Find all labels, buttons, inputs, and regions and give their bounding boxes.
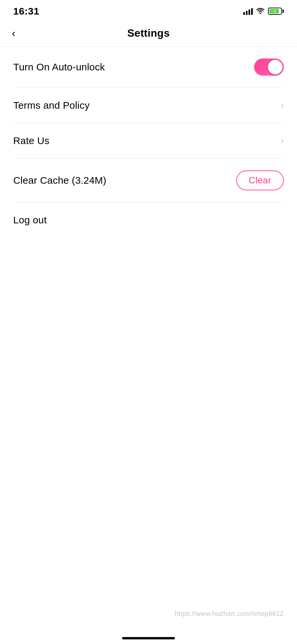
status-bar: 16:31 ⚡ xyxy=(0,0,297,20)
clear-cache-label: Clear Cache (3.24M) xyxy=(13,175,106,186)
status-time: 16:31 xyxy=(13,6,39,17)
settings-list: Turn On Auto-unlock Terms and Policy › R… xyxy=(0,47,297,238)
chevron-right-icon: › xyxy=(281,135,284,146)
svg-point-0 xyxy=(260,13,261,14)
rate-us-label: Rate Us xyxy=(13,135,50,146)
nav-header: ‹ Settings xyxy=(0,20,297,46)
settings-item-rate-us[interactable]: Rate Us › xyxy=(13,123,284,159)
watermark: https://www.huzhan.com/ishop9612 xyxy=(175,610,284,618)
settings-item-logout[interactable]: Log out xyxy=(13,203,284,238)
auto-unlock-toggle[interactable] xyxy=(254,58,284,76)
battery-icon: ⚡ xyxy=(268,8,284,15)
back-button[interactable]: ‹ xyxy=(12,28,16,38)
logout-label: Log out xyxy=(13,214,47,226)
toggle-thumb xyxy=(268,60,282,74)
page-title: Settings xyxy=(127,27,170,39)
wifi-icon xyxy=(256,8,265,15)
chevron-right-icon: › xyxy=(281,100,284,111)
home-indicator xyxy=(122,637,175,639)
settings-item-clear-cache: Clear Cache (3.24M) Clear xyxy=(13,159,284,203)
settings-item-terms[interactable]: Terms and Policy › xyxy=(13,88,284,123)
settings-item-auto-unlock: Turn On Auto-unlock xyxy=(13,47,284,88)
auto-unlock-label: Turn On Auto-unlock xyxy=(13,61,105,73)
signal-icon xyxy=(243,8,253,15)
clear-cache-button[interactable]: Clear xyxy=(236,170,284,190)
terms-label: Terms and Policy xyxy=(13,100,90,111)
status-icons: ⚡ xyxy=(243,8,284,15)
